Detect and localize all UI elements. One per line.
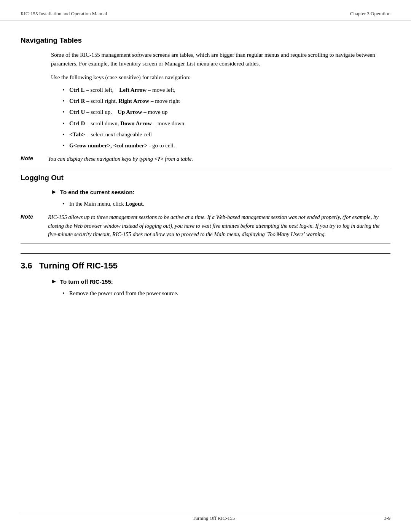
ctrl-l-text: – scroll left,	[84, 87, 119, 93]
ctrl-r-bold: Ctrl R	[69, 98, 85, 104]
ctrl-l-bold: Ctrl L	[69, 87, 84, 93]
logging-out-heading: Logging Out	[21, 174, 390, 182]
bullet-ctrl-l: Ctrl L – scroll left, Left Arrow – move …	[62, 86, 390, 94]
turning-off-procedure-title: To turn off RIC-155:	[60, 278, 113, 286]
nav-note-code: <?>	[155, 156, 164, 162]
bullet-g: G<row number>, <col number> - go to cell…	[62, 141, 390, 150]
page-footer: placeholder Turning Off RIC-155 3-9	[21, 512, 390, 521]
nav-note-text: You can display these navigation keys by…	[48, 155, 390, 163]
logout-text-post: .	[143, 201, 144, 207]
bullet-ctrl-u: Ctrl U – scroll up, Up Arrow – move up	[62, 108, 390, 117]
logout-bullets-list: In the Main menu, click Logout.	[62, 200, 390, 208]
bullet-ctrl-r: Ctrl R – scroll right, Right Arrow – mov…	[62, 97, 390, 105]
right-arrow-text: – move right	[149, 98, 180, 104]
down-arrow-bold: Down Arrow	[120, 120, 152, 126]
down-arrow-text: – move down	[152, 120, 184, 126]
ctrl-d-bold: Ctrl D	[69, 120, 85, 126]
logout-note-block: Note RIC-155 allows up to three manageme…	[21, 213, 390, 243]
ctrl-r-text: – scroll right,	[85, 98, 118, 104]
nav-intro-para1: Some of the RIC-155 management software …	[51, 51, 390, 69]
bullet-ctrl-d: Ctrl D – scroll down, Down Arrow – move …	[62, 119, 390, 128]
nav-note-block: Note You can display these navigation ke…	[21, 155, 390, 168]
ctrl-u-text: – scroll up,	[85, 109, 118, 115]
header-right: Chapter 3 Operation	[350, 11, 390, 17]
g-bold: G<row number>, <col number>	[69, 142, 148, 149]
main-content: Navigating Tables Some of the RIC-155 ma…	[0, 21, 411, 326]
logout-note-label: Note	[21, 213, 48, 220]
turning-off-procedure-header: ► To turn off RIC-155:	[51, 278, 390, 286]
logout-text-pre: In the Main menu, click	[69, 201, 125, 207]
up-arrow-text: – move up	[142, 109, 167, 115]
header-left: RIC-155 Installation and Operation Manua…	[21, 11, 107, 17]
nav-bullets-list: Ctrl L – scroll left, Left Arrow – move …	[62, 86, 390, 150]
up-arrow-bold: Up Arrow	[118, 109, 142, 115]
ctrl-d-text: – scroll down,	[85, 120, 120, 126]
footer-center: Turning Off RIC-155	[193, 515, 235, 521]
turning-off-bullet: Remove the power cord from the power sou…	[62, 289, 390, 298]
logging-out-procedure-title: To end the current session:	[60, 188, 135, 197]
page-container: RIC-155 Installation and Operation Manua…	[0, 0, 411, 532]
logout-note-text: RIC-155 allows up to three management se…	[48, 213, 390, 238]
turning-off-bullets-list: Remove the power cord from the power sou…	[62, 289, 390, 298]
nav-intro-para2: Use the following keys (case-sensitive) …	[51, 73, 390, 82]
turning-off-bullet-text: Remove the power cord from the power sou…	[69, 290, 178, 296]
nav-note-label: Note	[21, 155, 48, 161]
left-arrow-bold: Left Arrow	[119, 87, 147, 93]
logging-out-procedure-header: ► To end the current session:	[51, 188, 390, 197]
ctrl-u-bold: Ctrl U	[69, 109, 85, 115]
turning-off-title: Turning Off RIC-155	[39, 261, 118, 270]
logout-text-bold: Logout	[125, 201, 143, 207]
turning-off-heading: 3.6 Turning Off RIC-155	[21, 261, 390, 271]
tab-bold: <Tab>	[69, 131, 85, 137]
arrow-icon-turnoff: ►	[51, 278, 57, 285]
right-arrow-bold: Right Arrow	[118, 98, 149, 104]
tab-text: – select next changeable cell	[85, 131, 152, 137]
bullet-tab: <Tab> – select next changeable cell	[62, 130, 390, 139]
g-text: - go to cell.	[148, 142, 175, 149]
navigating-tables-heading: Navigating Tables	[21, 36, 390, 45]
left-arrow-text: – move left,	[147, 87, 175, 93]
page-header: RIC-155 Installation and Operation Manua…	[0, 0, 411, 21]
turning-off-number: 3.6	[21, 261, 32, 270]
arrow-icon-logout: ►	[51, 189, 57, 195]
logout-bullet: In the Main menu, click Logout.	[62, 200, 390, 208]
footer-right: 3-9	[384, 515, 390, 521]
section-divider-thick	[21, 253, 390, 254]
